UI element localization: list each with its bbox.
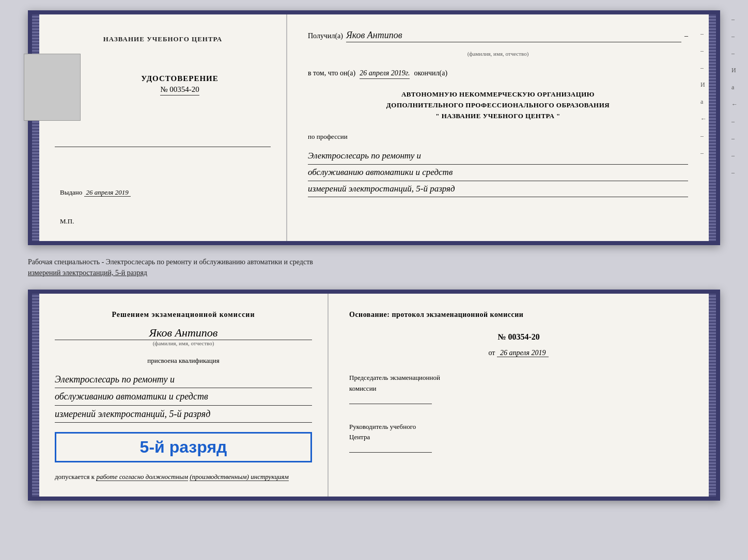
- mp-line: М.П.: [55, 217, 271, 226]
- photo-placeholder: [24, 54, 81, 121]
- razryad-label: 5-й разряд: [63, 438, 304, 457]
- razryad-box: 5-й разряд: [55, 432, 312, 462]
- org-block: АВТОНОМНУЮ НЕКОММЕРЧЕСКУЮ ОРГАНИЗАЦИЮ ДО…: [308, 89, 688, 121]
- vydano-date: 26 апреля 2019: [84, 188, 131, 197]
- vtom-label: в том, что он(а): [308, 69, 355, 77]
- top-document: НАЗВАНИЕ УЧЕБНОГО ЦЕНТРА УДОСТОВЕРЕНИЕ №…: [28, 10, 720, 245]
- dopuskaetsya-label: допускается к: [55, 473, 95, 481]
- qualification-block: Электрослесарь по ремонту и обслуживанию…: [55, 371, 312, 423]
- rukovoditel-line2: Центра: [349, 432, 688, 443]
- ot-line: от 26 апреля 2019: [349, 349, 688, 357]
- po-professii-label: по профессии: [308, 133, 688, 141]
- org-line2: ДОПОЛНИТЕЛЬНОГО ПРОФЕССИОНАЛЬНОГО ОБРАЗО…: [308, 100, 688, 111]
- top-left-center-label: НАЗВАНИЕ УЧЕБНОГО ЦЕНТРА: [103, 35, 223, 43]
- bottom-document: Решением экзаменационной комиссии Яков А…: [28, 290, 720, 501]
- person-name: Яков Антипов: [55, 326, 312, 340]
- dash-after-name: –: [684, 32, 688, 40]
- predsedatel-line1: Председатель экзаменационной: [349, 373, 688, 383]
- predsedatel-signature-line: [349, 404, 432, 404]
- bottom-side-marks: – – – И а ← – – – –: [731, 15, 738, 177]
- prisvoena-line: присвоена квалификация: [55, 357, 312, 365]
- predsedatel-block: Председатель экзаменационной комиссии: [349, 373, 688, 404]
- separator-label: Рабочая специальность - Электрослесарь п…: [28, 254, 720, 280]
- dopuskaetsya-line: допускается к работе согласно должностны…: [55, 473, 312, 481]
- spine-left: [32, 14, 39, 241]
- qual-line2: обслуживанию автоматики и средств: [55, 388, 312, 405]
- ot-date: 26 апреля 2019: [497, 349, 549, 357]
- bottom-doc-left: Решением экзаменационной комиссии Яков А…: [39, 294, 329, 497]
- org-line1: АВТОНОМНУЮ НЕКОММЕРЧЕСКУЮ ОРГАНИЗАЦИЮ: [308, 89, 688, 100]
- bottom-spine-left: [32, 294, 39, 497]
- fio-sub-top: (фамилия, имя, отчество): [308, 51, 688, 57]
- udostoverenie-number: № 00354-20: [160, 85, 199, 95]
- rukovoditel-signature-line: [349, 452, 432, 453]
- vtom-date: 26 апреля 2019г.: [360, 69, 410, 79]
- recipient-name: Яков Антипов: [346, 30, 681, 41]
- qual-line1: Электрослесарь по ремонту и: [55, 371, 312, 388]
- rukovoditel-line1: Руководитель учебного: [349, 422, 688, 433]
- profession-block: Электрослесарь по ремонту и обслуживанию…: [308, 148, 688, 197]
- vydano-line: Выдано 26 апреля 2019: [55, 188, 271, 197]
- profession-line1: Электрослесарь по ремонту и: [308, 148, 688, 165]
- rukovoditel-block: Руководитель учебного Центра: [349, 422, 688, 453]
- profession-line3: измерений электростанций, 5-й разряд: [308, 181, 688, 198]
- bottom-fio-sub: (фамилия, имя, отчество): [55, 340, 312, 346]
- udostoverenie-title: УДОСТОВЕРЕНИЕ: [141, 74, 219, 83]
- spine-right: [709, 14, 716, 241]
- osnovanie-title: Основание: протокол экзаменационной коми…: [349, 309, 688, 320]
- top-doc-left: НАЗВАНИЕ УЧЕБНОГО ЦЕНТРА УДОСТОВЕРЕНИЕ №…: [39, 14, 287, 241]
- separator-line2: измерений электростанций, 5-й разряд: [28, 267, 720, 278]
- dopusk-text: работе согласно должностным: [96, 473, 188, 481]
- predsedatel-line2: комиссии: [349, 383, 688, 394]
- org-line3: " НАЗВАНИЕ УЧЕБНОГО ЦЕНТРА ": [308, 111, 688, 122]
- poluchil-label: Получил(а): [308, 32, 343, 40]
- protocol-number: № 00354-20: [349, 332, 688, 342]
- bottom-doc-right: Основание: протокол экзаменационной коми…: [329, 294, 709, 497]
- bottom-spine-right: [709, 294, 716, 497]
- profession-line2: обслуживанию автоматики и средств: [308, 165, 688, 181]
- vydano-label: Выдано: [60, 188, 82, 196]
- resheniem-title: Решением экзаменационной комиссии: [55, 309, 312, 320]
- separator-line1: Рабочая специальность - Электрослесарь п…: [28, 257, 720, 267]
- ot-label: от: [489, 349, 495, 357]
- instruktsiya: (производственным) инструкциям: [190, 473, 289, 481]
- okончil-label: окончил(а): [414, 69, 447, 77]
- side-marks: – – – И а ← – –: [700, 30, 707, 157]
- qual-line3: измерений электростанций, 5-й разряд: [55, 406, 312, 423]
- top-doc-right: Получил(а) Яков Антипов – (фамилия, имя,…: [287, 14, 709, 241]
